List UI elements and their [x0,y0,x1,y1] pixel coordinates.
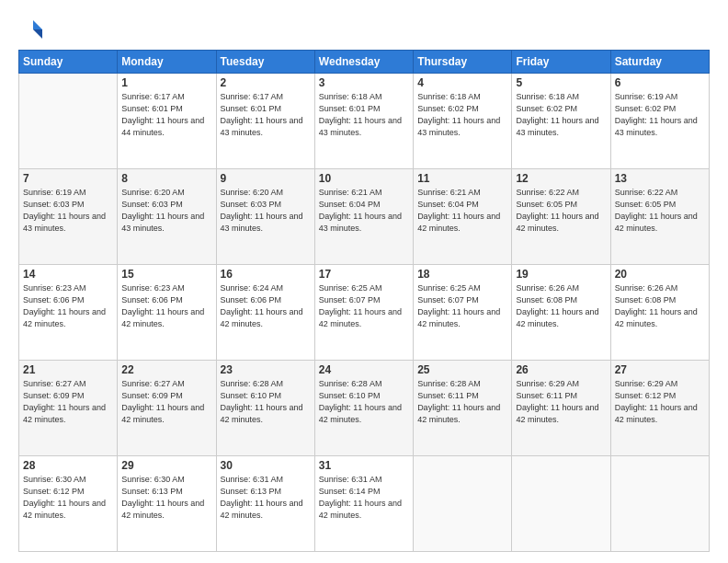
day-info: Sunrise: 6:19 AMSunset: 6:02 PMDaylight:… [615,92,698,137]
calendar-cell: 11Sunrise: 6:21 AMSunset: 6:04 PMDayligh… [414,169,512,265]
day-info: Sunrise: 6:20 AMSunset: 6:03 PMDaylight:… [221,188,303,233]
day-number: 3 [319,76,409,89]
day-info: Sunrise: 6:18 AMSunset: 6:01 PMDaylight:… [319,92,402,137]
calendar-cell: 7Sunrise: 6:19 AMSunset: 6:03 PMDaylight… [19,169,118,265]
calendar-week-4: 21Sunrise: 6:27 AMSunset: 6:09 PMDayligh… [19,361,710,456]
day-info: Sunrise: 6:29 AMSunset: 6:11 PMDaylight:… [516,379,598,424]
day-number: 8 [121,172,211,185]
day-info: Sunrise: 6:25 AMSunset: 6:07 PMDaylight:… [417,283,500,328]
day-number: 23 [221,363,311,376]
day-info: Sunrise: 6:27 AMSunset: 6:09 PMDaylight:… [121,379,204,424]
day-number: 4 [417,76,507,89]
day-info: Sunrise: 6:21 AMSunset: 6:04 PMDaylight:… [319,188,402,233]
calendar-cell: 6Sunrise: 6:19 AMSunset: 6:02 PMDaylight… [610,74,709,169]
weekday-header-thursday: Thursday [414,51,512,74]
calendar-cell: 17Sunrise: 6:25 AMSunset: 6:07 PMDayligh… [314,265,413,361]
calendar-cell: 12Sunrise: 6:22 AMSunset: 6:05 PMDayligh… [512,169,610,265]
day-info: Sunrise: 6:30 AMSunset: 6:12 PMDaylight:… [23,475,106,520]
weekday-header-tuesday: Tuesday [216,51,314,74]
day-number: 1 [121,76,211,89]
day-number: 15 [121,268,211,281]
calendar-cell: 14Sunrise: 6:23 AMSunset: 6:06 PMDayligh… [19,265,118,361]
day-number: 26 [516,363,606,376]
calendar-cell: 8Sunrise: 6:20 AMSunset: 6:03 PMDaylight… [118,169,216,265]
calendar-cell: 1Sunrise: 6:17 AMSunset: 6:01 PMDaylight… [118,74,216,169]
calendar-cell: 5Sunrise: 6:18 AMSunset: 6:02 PMDaylight… [512,74,610,169]
day-number: 12 [516,172,606,185]
weekday-header-monday: Monday [118,51,216,74]
day-number: 29 [121,459,211,472]
page: SundayMondayTuesdayWednesdayThursdayFrid… [0,0,728,563]
day-info: Sunrise: 6:31 AMSunset: 6:14 PMDaylight:… [319,475,402,520]
day-info: Sunrise: 6:18 AMSunset: 6:02 PMDaylight:… [417,92,500,137]
day-number: 31 [319,459,409,472]
calendar-cell: 21Sunrise: 6:27 AMSunset: 6:09 PMDayligh… [19,361,118,456]
day-info: Sunrise: 6:18 AMSunset: 6:02 PMDaylight:… [516,92,598,137]
day-info: Sunrise: 6:28 AMSunset: 6:10 PMDaylight:… [221,379,303,424]
day-number: 20 [615,268,705,281]
weekday-header-sunday: Sunday [19,51,118,74]
day-info: Sunrise: 6:29 AMSunset: 6:12 PMDaylight:… [615,379,698,424]
weekday-header-friday: Friday [512,51,610,74]
day-number: 27 [615,363,705,376]
day-number: 14 [23,268,113,281]
day-number: 19 [516,268,606,281]
day-info: Sunrise: 6:28 AMSunset: 6:11 PMDaylight:… [417,379,500,424]
day-info: Sunrise: 6:26 AMSunset: 6:08 PMDaylight:… [516,283,598,328]
calendar-cell: 23Sunrise: 6:28 AMSunset: 6:10 PMDayligh… [216,361,314,456]
day-number: 6 [615,76,705,89]
calendar-cell [512,456,610,552]
day-number: 11 [417,172,507,185]
day-info: Sunrise: 6:22 AMSunset: 6:05 PMDaylight:… [516,188,598,233]
logo [18,17,48,42]
calendar-cell: 3Sunrise: 6:18 AMSunset: 6:01 PMDaylight… [314,74,413,169]
calendar-cell: 27Sunrise: 6:29 AMSunset: 6:12 PMDayligh… [610,361,709,456]
calendar-cell [610,456,709,552]
weekday-header-row: SundayMondayTuesdayWednesdayThursdayFrid… [19,51,710,74]
calendar-cell: 25Sunrise: 6:28 AMSunset: 6:11 PMDayligh… [414,361,512,456]
day-number: 30 [221,459,311,472]
calendar-cell: 30Sunrise: 6:31 AMSunset: 6:13 PMDayligh… [216,456,314,552]
header [18,17,710,42]
day-number: 7 [23,172,113,185]
day-info: Sunrise: 6:23 AMSunset: 6:06 PMDaylight:… [23,283,106,328]
day-info: Sunrise: 6:21 AMSunset: 6:04 PMDaylight:… [417,188,500,233]
svg-marker-0 [33,20,42,29]
day-number: 25 [417,363,507,376]
day-info: Sunrise: 6:20 AMSunset: 6:03 PMDaylight:… [121,188,204,233]
day-number: 10 [319,172,409,185]
day-info: Sunrise: 6:23 AMSunset: 6:06 PMDaylight:… [121,283,204,328]
calendar-cell: 10Sunrise: 6:21 AMSunset: 6:04 PMDayligh… [314,169,413,265]
calendar-cell: 2Sunrise: 6:17 AMSunset: 6:01 PMDaylight… [216,74,314,169]
weekday-header-saturday: Saturday [610,51,709,74]
calendar-cell: 9Sunrise: 6:20 AMSunset: 6:03 PMDaylight… [216,169,314,265]
day-info: Sunrise: 6:22 AMSunset: 6:05 PMDaylight:… [615,188,698,233]
day-info: Sunrise: 6:25 AMSunset: 6:07 PMDaylight:… [319,283,402,328]
day-info: Sunrise: 6:28 AMSunset: 6:10 PMDaylight:… [319,379,402,424]
calendar-cell [19,74,118,169]
day-info: Sunrise: 6:17 AMSunset: 6:01 PMDaylight:… [221,92,303,137]
calendar-cell: 18Sunrise: 6:25 AMSunset: 6:07 PMDayligh… [414,265,512,361]
day-number: 13 [615,172,705,185]
day-number: 21 [23,363,113,376]
day-info: Sunrise: 6:17 AMSunset: 6:01 PMDaylight:… [121,92,204,137]
day-number: 28 [23,459,113,472]
weekday-header-wednesday: Wednesday [314,51,413,74]
calendar-cell: 13Sunrise: 6:22 AMSunset: 6:05 PMDayligh… [610,169,709,265]
calendar-cell [414,456,512,552]
day-number: 5 [516,76,606,89]
day-number: 2 [221,76,311,89]
calendar-cell: 28Sunrise: 6:30 AMSunset: 6:12 PMDayligh… [19,456,118,552]
svg-marker-1 [33,29,42,39]
calendar-week-1: 1Sunrise: 6:17 AMSunset: 6:01 PMDaylight… [19,74,710,169]
calendar-cell: 20Sunrise: 6:26 AMSunset: 6:08 PMDayligh… [610,265,709,361]
calendar-cell: 31Sunrise: 6:31 AMSunset: 6:14 PMDayligh… [314,456,413,552]
day-info: Sunrise: 6:24 AMSunset: 6:06 PMDaylight:… [221,283,303,328]
day-info: Sunrise: 6:30 AMSunset: 6:13 PMDaylight:… [121,475,204,520]
calendar-cell: 16Sunrise: 6:24 AMSunset: 6:06 PMDayligh… [216,265,314,361]
day-number: 18 [417,268,507,281]
calendar-cell: 26Sunrise: 6:29 AMSunset: 6:11 PMDayligh… [512,361,610,456]
day-info: Sunrise: 6:27 AMSunset: 6:09 PMDaylight:… [23,379,106,424]
calendar-table: SundayMondayTuesdayWednesdayThursdayFrid… [18,50,710,552]
logo-icon [18,17,44,42]
